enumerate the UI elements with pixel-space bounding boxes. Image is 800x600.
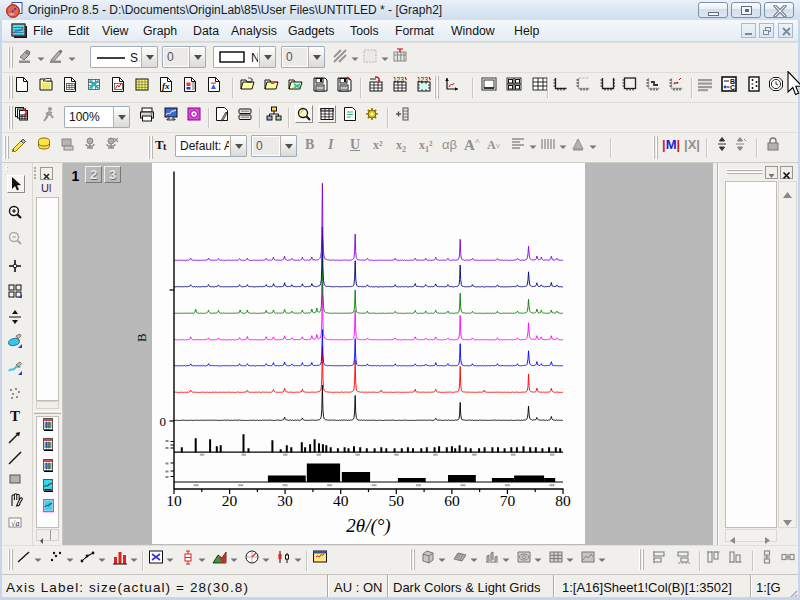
svg-text:60: 60 — [444, 492, 460, 509]
svg-text:fx: fx — [162, 81, 170, 91]
svg-text:T: T — [10, 408, 20, 424]
svg-text:C: C — [730, 84, 735, 91]
svg-text:50: 50 — [389, 492, 405, 509]
svg-text:40: 40 — [333, 492, 349, 509]
svg-text:20: 20 — [222, 492, 238, 509]
svg-text:√a: √a — [11, 519, 19, 528]
svg-text:2θ/(°): 2θ/(°) — [346, 515, 390, 537]
svg-text:80: 80 — [555, 492, 571, 509]
svg-text:10: 10 — [166, 492, 182, 509]
svg-text:30: 30 — [277, 492, 293, 509]
svg-text:t: t — [163, 141, 167, 152]
svg-text:70: 70 — [500, 492, 516, 509]
svg-text:0: 0 — [160, 414, 167, 429]
